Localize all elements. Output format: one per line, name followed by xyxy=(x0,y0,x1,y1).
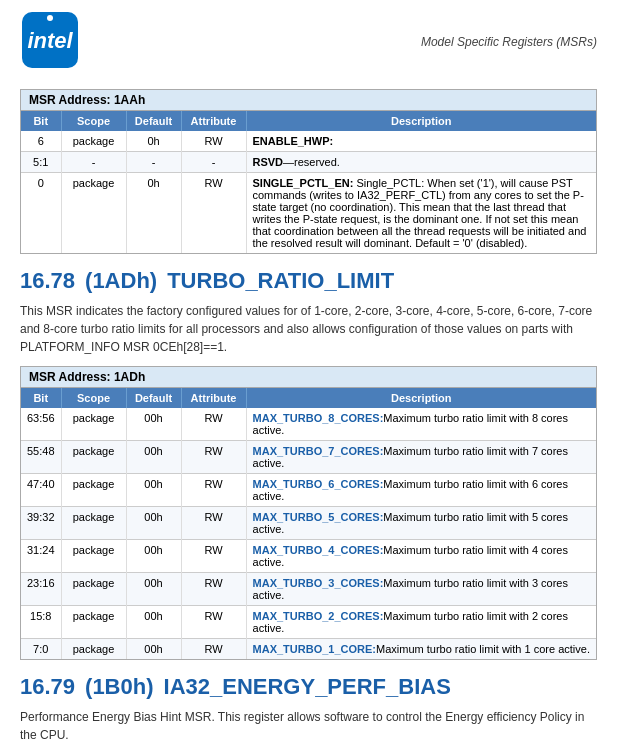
cell-bit: 39:32 xyxy=(21,507,61,540)
cell-attribute: RW xyxy=(181,573,246,606)
col-attribute: Attribute xyxy=(181,111,246,131)
section-desc-1ad: This MSR indicates the factory configure… xyxy=(20,302,597,356)
section-title: IA32_ENERGY_PERF_BIAS xyxy=(164,674,451,700)
cell-description: MAX_TURBO_5_CORES:Maximum turbo ratio li… xyxy=(246,507,596,540)
cell-scope: package xyxy=(61,606,126,639)
section-heading-1ad: 16.78 (1ADh) TURBO_RATIO_LIMIT xyxy=(20,268,597,294)
cell-default: 00h xyxy=(126,474,181,507)
cell-attribute: RW xyxy=(181,474,246,507)
cell-attribute: RW xyxy=(181,173,246,254)
cell-default: 0h xyxy=(126,131,181,152)
cell-scope: package xyxy=(61,131,126,152)
cell-bit: 31:24 xyxy=(21,540,61,573)
cell-description: RSVD—reserved. xyxy=(246,152,596,173)
col-scope: Scope xyxy=(61,111,126,131)
cell-attribute: RW xyxy=(181,131,246,152)
cell-default: 00h xyxy=(126,573,181,606)
section-addr: (1ADh) xyxy=(85,268,157,294)
cell-scope: package xyxy=(61,573,126,606)
cell-scope: package xyxy=(61,474,126,507)
page-header: intel Model Specific Registers (MSRs) xyxy=(20,10,597,73)
section-heading-1b0: 16.79 (1B0h) IA32_ENERGY_PERF_BIAS xyxy=(20,674,597,700)
cell-default: 0h xyxy=(126,173,181,254)
cell-default: - xyxy=(126,152,181,173)
msr-address-1aah: MSR Address: 1AAh xyxy=(21,90,596,111)
cell-attribute: RW xyxy=(181,639,246,660)
table-row: 31:24 package 00h RW MAX_TURBO_4_CORES:M… xyxy=(21,540,596,573)
cell-scope: - xyxy=(61,152,126,173)
table-row: 7:0 package 00h RW MAX_TURBO_1_CORE:Maxi… xyxy=(21,639,596,660)
cell-description: MAX_TURBO_7_CORES:Maximum turbo ratio li… xyxy=(246,441,596,474)
cell-bit: 55:48 xyxy=(21,441,61,474)
cell-attribute: RW xyxy=(181,408,246,441)
cell-description: MAX_TURBO_1_CORE:Maximum turbo ratio lim… xyxy=(246,639,596,660)
msr-table-1aah: MSR Address: 1AAh Bit Scope Default Attr… xyxy=(20,89,597,254)
section-addr: (1B0h) xyxy=(85,674,153,700)
cell-attribute: - xyxy=(181,152,246,173)
col-description: Description xyxy=(246,111,596,131)
col-description: Description xyxy=(246,388,596,408)
msr-table-1adh: MSR Address: 1ADh Bit Scope Default Attr… xyxy=(20,366,597,660)
section-num: 16.78 xyxy=(20,268,75,294)
section-num: 16.79 xyxy=(20,674,75,700)
cell-scope: package xyxy=(61,639,126,660)
section-desc-1b0: Performance Energy Bias Hint MSR. This r… xyxy=(20,708,597,744)
cell-scope: package xyxy=(61,540,126,573)
cell-bit: 47:40 xyxy=(21,474,61,507)
col-default: Default xyxy=(126,111,181,131)
table-row: 39:32 package 00h RW MAX_TURBO_5_CORES:M… xyxy=(21,507,596,540)
col-bit: Bit xyxy=(21,388,61,408)
svg-point-2 xyxy=(47,15,53,21)
cell-default: 00h xyxy=(126,441,181,474)
svg-text:intel: intel xyxy=(27,28,73,53)
cell-description: MAX_TURBO_4_CORES:Maximum turbo ratio li… xyxy=(246,540,596,573)
cell-bit: 15:8 xyxy=(21,606,61,639)
cell-description: SINGLE_PCTL_EN: Single_PCTL: When set ('… xyxy=(246,173,596,254)
table-row: 5:1 - - - RSVD—reserved. xyxy=(21,152,596,173)
col-default: Default xyxy=(126,388,181,408)
col-scope: Scope xyxy=(61,388,126,408)
cell-default: 00h xyxy=(126,408,181,441)
page-title: Model Specific Registers (MSRs) xyxy=(421,35,597,49)
cell-default: 00h xyxy=(126,507,181,540)
table-row: 6 package 0h RW ENABLE_HWP: xyxy=(21,131,596,152)
cell-bit: 7:0 xyxy=(21,639,61,660)
cell-bit: 63:56 xyxy=(21,408,61,441)
cell-bit: 23:16 xyxy=(21,573,61,606)
cell-bit: 6 xyxy=(21,131,61,152)
cell-attribute: RW xyxy=(181,540,246,573)
cell-description: MAX_TURBO_6_CORES:Maximum turbo ratio li… xyxy=(246,474,596,507)
cell-description: MAX_TURBO_8_CORES:Maximum turbo ratio li… xyxy=(246,408,596,441)
table-row: 47:40 package 00h RW MAX_TURBO_6_CORES:M… xyxy=(21,474,596,507)
cell-description: MAX_TURBO_2_CORES:Maximum turbo ratio li… xyxy=(246,606,596,639)
table-row: 23:16 package 00h RW MAX_TURBO_3_CORES:M… xyxy=(21,573,596,606)
table-row: 0 package 0h RW SINGLE_PCTL_EN: Single_P… xyxy=(21,173,596,254)
cell-scope: package xyxy=(61,507,126,540)
col-attribute: Attribute xyxy=(181,388,246,408)
table-row: 15:8 package 00h RW MAX_TURBO_2_CORES:Ma… xyxy=(21,606,596,639)
table-row: 63:56 package 00h RW MAX_TURBO_8_CORES:M… xyxy=(21,408,596,441)
cell-default: 00h xyxy=(126,540,181,573)
cell-bit: 0 xyxy=(21,173,61,254)
cell-scope: package xyxy=(61,408,126,441)
cell-scope: package xyxy=(61,441,126,474)
cell-description: MAX_TURBO_3_CORES:Maximum turbo ratio li… xyxy=(246,573,596,606)
intel-logo: intel xyxy=(20,10,80,73)
cell-description: ENABLE_HWP: xyxy=(246,131,596,152)
cell-attribute: RW xyxy=(181,507,246,540)
cell-default: 00h xyxy=(126,606,181,639)
cell-attribute: RW xyxy=(181,606,246,639)
cell-scope: package xyxy=(61,173,126,254)
cell-bit: 5:1 xyxy=(21,152,61,173)
table-row: 55:48 package 00h RW MAX_TURBO_7_CORES:M… xyxy=(21,441,596,474)
cell-attribute: RW xyxy=(181,441,246,474)
col-bit: Bit xyxy=(21,111,61,131)
msr-address-1adh: MSR Address: 1ADh xyxy=(21,367,596,388)
section-title: TURBO_RATIO_LIMIT xyxy=(167,268,394,294)
cell-default: 00h xyxy=(126,639,181,660)
